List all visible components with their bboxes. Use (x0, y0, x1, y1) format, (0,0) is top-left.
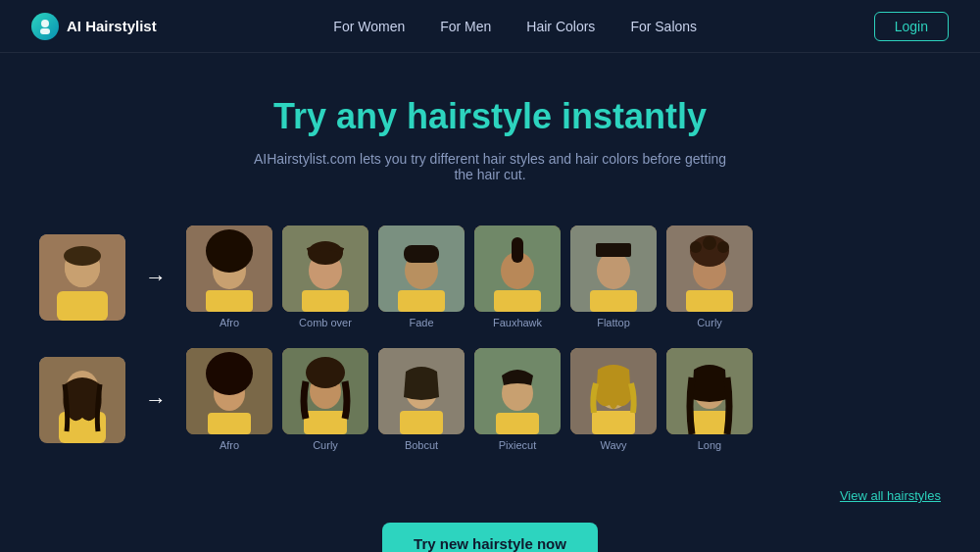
logo-icon (31, 13, 59, 40)
navbar: AI Hairstylist For Women For Men Hair Co… (0, 0, 980, 53)
svg-point-0 (41, 20, 49, 27)
hero-section: Try any hairstyle instantly AIHairstylis… (0, 53, 980, 202)
svg-rect-22 (512, 237, 523, 263)
style-photo-women-wavy (570, 348, 657, 434)
style-photo-men-fade (378, 226, 465, 312)
svg-rect-26 (596, 243, 631, 257)
style-label-men-curly: Curly (697, 317, 722, 328)
style-item-men-afro[interactable]: Afro (186, 226, 272, 328)
svg-rect-53 (592, 411, 635, 434)
style-photo-women-pixiecut (474, 348, 561, 434)
style-photo-men-fauxhawk (474, 226, 561, 312)
hero-subtext: AIHairstylist.com lets you try different… (245, 151, 735, 182)
style-photo-men-curly (666, 226, 753, 312)
style-label-women-bobcut: Bobcut (405, 439, 438, 451)
nav-for-salons[interactable]: For Salons (630, 19, 697, 34)
style-item-women-wavy[interactable]: Wavy (570, 348, 657, 451)
svg-rect-13 (302, 290, 349, 312)
style-label-women-long: Long (698, 439, 721, 451)
women-source-photo (39, 357, 125, 443)
style-label-women-wavy: Wavy (600, 439, 626, 451)
svg-point-10 (206, 229, 253, 273)
brand-name: AI Hairstylist (67, 18, 157, 34)
men-source-photo (39, 234, 125, 321)
nav-links: For Women For Men Hair Colors For Salons (333, 18, 697, 35)
style-photo-women-long (666, 348, 753, 434)
style-photo-women-curly (282, 348, 368, 434)
cta-button[interactable]: Try new hairstyle now (382, 523, 598, 552)
svg-rect-25 (590, 290, 637, 312)
svg-point-32 (703, 236, 716, 250)
style-photo-women-afro (186, 348, 272, 434)
style-item-men-combover[interactable]: Comb over (282, 226, 368, 328)
svg-rect-5 (57, 291, 108, 321)
svg-point-24 (597, 252, 630, 289)
style-photo-women-bobcut (378, 348, 465, 434)
style-item-women-bobcut[interactable]: Bobcut (378, 348, 465, 451)
style-photo-men-afro (186, 226, 272, 312)
svg-point-6 (64, 246, 101, 266)
style-label-men-combover: Comb over (299, 317, 352, 328)
svg-rect-17 (398, 290, 445, 312)
view-all-link[interactable]: View all hairstyles (840, 488, 941, 503)
style-label-men-afro: Afro (220, 317, 239, 328)
women-demo-row: → Afro (39, 348, 941, 451)
brand-logo[interactable]: AI Hairstylist (31, 13, 157, 40)
women-style-grid: Afro Curly (186, 348, 941, 451)
svg-point-31 (690, 241, 702, 253)
style-item-women-long[interactable]: Long (666, 348, 753, 451)
svg-rect-9 (206, 290, 253, 312)
men-demo-row: → Afro (39, 226, 941, 328)
style-item-men-flattop[interactable]: Flattop (570, 226, 657, 328)
svg-point-44 (306, 357, 345, 388)
women-arrow: → (141, 387, 171, 413)
style-label-women-afro: Afro (220, 439, 239, 451)
style-item-men-curly[interactable]: Curly (666, 226, 753, 328)
svg-rect-29 (686, 290, 733, 312)
svg-rect-18 (404, 245, 439, 263)
style-item-men-fauxhawk[interactable]: Fauxhawk (474, 226, 561, 328)
svg-rect-47 (400, 411, 443, 434)
nav-hair-colors[interactable]: Hair Colors (526, 19, 595, 34)
style-photo-men-flattop (570, 226, 657, 312)
style-label-men-fade: Fade (409, 317, 433, 328)
style-photo-men-combover (282, 226, 368, 312)
style-label-men-fauxhawk: Fauxhawk (493, 317, 542, 328)
svg-rect-43 (304, 411, 347, 434)
svg-rect-50 (496, 413, 539, 434)
men-style-grid: Afro Comb over (186, 226, 941, 328)
demo-section: → Afro (0, 202, 980, 480)
svg-point-33 (717, 241, 729, 253)
men-arrow: → (141, 265, 171, 290)
nav-for-men[interactable]: For Men (440, 19, 491, 34)
style-item-women-curly[interactable]: Curly (282, 348, 368, 451)
cta-section: Try new hairstyle now (0, 515, 980, 552)
nav-for-women[interactable]: For Women (333, 19, 405, 34)
style-label-women-curly: Curly (313, 439, 338, 451)
svg-rect-39 (208, 413, 251, 434)
style-item-women-pixiecut[interactable]: Pixiecut (474, 348, 561, 451)
style-item-women-afro[interactable]: Afro (186, 348, 272, 451)
style-label-women-pixiecut: Pixiecut (499, 439, 537, 451)
svg-rect-1 (40, 28, 50, 34)
hero-headline: Try any hairstyle instantly (20, 96, 960, 137)
style-item-men-fade[interactable]: Fade (378, 226, 465, 328)
view-all-row: View all hairstyles (0, 480, 980, 515)
svg-rect-21 (494, 290, 541, 312)
svg-point-40 (206, 352, 253, 395)
style-label-men-flattop: Flattop (597, 317, 630, 328)
login-button[interactable]: Login (874, 12, 949, 41)
